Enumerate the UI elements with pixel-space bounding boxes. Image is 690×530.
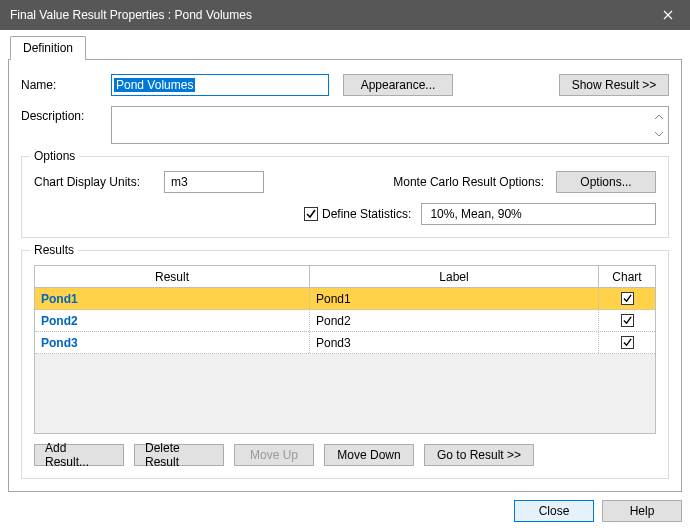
chart-units-input[interactable]: m3 (164, 171, 264, 193)
label-cell[interactable]: Pond1 (310, 288, 599, 309)
move-down-button-label: Move Down (337, 448, 400, 462)
add-result-button-label: Add Result... (45, 441, 113, 469)
label-cell[interactable]: Pond2 (310, 310, 599, 331)
name-input[interactable]: Pond Volumes (111, 74, 329, 96)
add-result-button[interactable]: Add Result... (34, 444, 124, 466)
label-cell[interactable]: Pond3 (310, 332, 599, 353)
chart-checkbox[interactable] (621, 292, 634, 305)
table-row[interactable]: Pond2Pond2 (35, 310, 655, 332)
close-icon[interactable] (646, 0, 690, 30)
results-group: Results Result Label Chart Pond1Pond1Pon… (21, 250, 669, 479)
client-area: Definition Name: Pond Volumes Appearance… (0, 30, 690, 530)
window-title: Final Value Result Properties : Pond Vol… (10, 8, 646, 22)
table-row[interactable]: Pond3Pond3 (35, 332, 655, 354)
results-header-chart[interactable]: Chart (599, 266, 655, 287)
results-header-row: Result Label Chart (35, 266, 655, 288)
define-stats-label: Define Statistics: (322, 207, 411, 221)
results-legend: Results (30, 243, 78, 257)
chart-cell (599, 310, 655, 331)
help-button[interactable]: Help (602, 500, 682, 522)
options-row-1: Chart Display Units: m3 Monte Carlo Resu… (34, 171, 656, 193)
tab-definition[interactable]: Definition (10, 36, 86, 60)
results-header-result[interactable]: Result (35, 266, 310, 287)
result-cell[interactable]: Pond3 (35, 332, 310, 353)
chevron-up-icon[interactable] (651, 108, 667, 125)
goto-result-button[interactable]: Go to Result >> (424, 444, 534, 466)
delete-result-button-label: Delete Result (145, 441, 213, 469)
result-cell[interactable]: Pond1 (35, 288, 310, 309)
results-header-label[interactable]: Label (310, 266, 599, 287)
move-up-button-label: Move Up (250, 448, 298, 462)
define-stats-value: 10%, Mean, 90% (430, 207, 521, 221)
appearance-button-label: Appearance... (361, 78, 436, 92)
titlebar: Final Value Result Properties : Pond Vol… (0, 0, 690, 30)
options-row-2: Define Statistics: 10%, Mean, 90% (34, 203, 656, 225)
tab-strip: Definition (8, 36, 682, 60)
close-button-label: Close (539, 504, 570, 518)
tab-body: Name: Pond Volumes Appearance... Show Re… (8, 60, 682, 492)
description-input[interactable] (111, 106, 669, 144)
chart-checkbox[interactable] (621, 336, 634, 349)
delete-result-button[interactable]: Delete Result (134, 444, 224, 466)
dialog-footer: Close Help (8, 492, 682, 522)
table-row[interactable]: Pond1Pond1 (35, 288, 655, 310)
options-legend: Options (30, 149, 79, 163)
appearance-button[interactable]: Appearance... (343, 74, 453, 96)
show-result-button-label: Show Result >> (572, 78, 657, 92)
chart-cell (599, 288, 655, 309)
name-input-value: Pond Volumes (114, 78, 195, 92)
name-row: Name: Pond Volumes Appearance... Show Re… (21, 74, 669, 96)
description-spin[interactable] (651, 108, 667, 142)
result-cell[interactable]: Pond2 (35, 310, 310, 331)
description-label: Description: (21, 106, 111, 144)
mc-options-label: Monte Carlo Result Options: (393, 175, 544, 189)
mc-options-button[interactable]: Options... (556, 171, 656, 193)
goto-result-button-label: Go to Result >> (437, 448, 521, 462)
chart-units-value: m3 (171, 175, 188, 189)
results-rows: Pond1Pond1Pond2Pond2Pond3Pond3 (35, 288, 655, 354)
tab-definition-label: Definition (23, 41, 73, 55)
define-stats-input[interactable]: 10%, Mean, 90% (421, 203, 656, 225)
results-buttons: Add Result... Delete Result Move Up Move… (34, 444, 656, 466)
description-row: Description: (21, 106, 669, 144)
results-table: Result Label Chart Pond1Pond1Pond2Pond2P… (34, 265, 656, 434)
help-button-label: Help (630, 504, 655, 518)
mc-options-button-label: Options... (580, 175, 631, 189)
name-label: Name: (21, 78, 111, 92)
chart-units-label: Chart Display Units: (34, 175, 164, 189)
move-down-button[interactable]: Move Down (324, 444, 414, 466)
chevron-down-icon[interactable] (651, 125, 667, 142)
show-result-button[interactable]: Show Result >> (559, 74, 669, 96)
close-button[interactable]: Close (514, 500, 594, 522)
define-stats-checkbox[interactable] (304, 207, 318, 221)
move-up-button[interactable]: Move Up (234, 444, 314, 466)
options-group: Options Chart Display Units: m3 Monte Ca… (21, 156, 669, 238)
chart-checkbox[interactable] (621, 314, 634, 327)
chart-cell (599, 332, 655, 353)
